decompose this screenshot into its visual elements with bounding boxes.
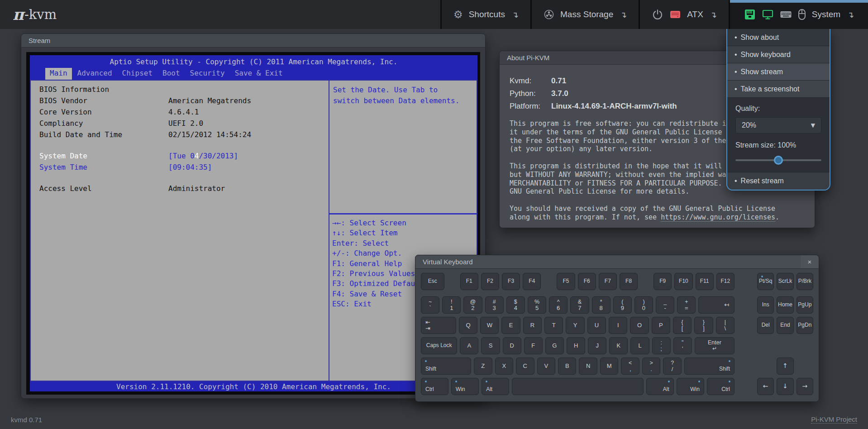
- key-end[interactable]: End: [777, 317, 793, 334]
- key-c[interactable]: C: [516, 358, 534, 375]
- key-print-screen[interactable]: Pt/Sq: [757, 273, 774, 290]
- key-f6[interactable]: F6: [578, 273, 596, 290]
- key-a[interactable]: A: [460, 337, 478, 354]
- key-s[interactable]: S: [481, 337, 500, 354]
- close-icon[interactable]: ×: [801, 255, 819, 268]
- key-u[interactable]: U: [587, 317, 606, 334]
- key-arrow-right[interactable]: →: [796, 378, 813, 395]
- key-f12[interactable]: F12: [716, 273, 734, 290]
- key-i[interactable]: I: [609, 317, 627, 334]
- key-period[interactable]: >.: [642, 358, 660, 375]
- key-p[interactable]: P: [652, 317, 670, 334]
- nav-system-menu[interactable]: System ↴: [729, 0, 868, 29]
- key-f4[interactable]: F4: [523, 273, 541, 290]
- bios-tab-main[interactable]: Main: [45, 68, 72, 80]
- key-h[interactable]: H: [567, 337, 585, 354]
- key-f3[interactable]: F3: [502, 273, 520, 290]
- key-5[interactable]: %5: [528, 296, 546, 314]
- key-f5[interactable]: F5: [557, 273, 575, 290]
- key-f10[interactable]: F10: [674, 273, 692, 290]
- key-f8[interactable]: F8: [620, 273, 638, 290]
- key-f[interactable]: F: [524, 337, 543, 354]
- key-scroll-lock[interactable]: ScrLk: [777, 273, 793, 290]
- key-w[interactable]: W: [480, 317, 499, 334]
- key-3[interactable]: #3: [485, 296, 504, 314]
- key-2[interactable]: @2: [463, 296, 482, 314]
- key-f7[interactable]: F7: [599, 273, 617, 290]
- key-bracket-left[interactable]: {[: [673, 317, 692, 334]
- key-equal[interactable]: +=: [677, 296, 696, 314]
- key-b[interactable]: B: [558, 358, 576, 375]
- bios-tab-chipset[interactable]: Chipset: [118, 68, 157, 80]
- key-semicolon[interactable]: :;: [652, 337, 671, 354]
- bios-tab-advanced[interactable]: Advanced: [73, 68, 117, 80]
- slider-thumb[interactable]: [774, 156, 783, 165]
- key-e[interactable]: E: [501, 317, 520, 334]
- key-shift-right[interactable]: Shift: [684, 358, 734, 375]
- key-alt-left[interactable]: Alt: [482, 378, 509, 395]
- nav-atx-menu[interactable]: ATX ↴: [639, 0, 729, 29]
- key-backspace[interactable]: ↤: [698, 296, 734, 314]
- key-ctrl-left[interactable]: Ctrl: [421, 378, 448, 395]
- key-caps-lock[interactable]: Caps Lock: [421, 337, 457, 354]
- bios-tab-save-exit[interactable]: Save & Exit: [230, 68, 287, 80]
- key-f9[interactable]: F9: [653, 273, 672, 290]
- key-8[interactable]: *8: [592, 296, 610, 314]
- key-f11[interactable]: F11: [696, 273, 714, 290]
- key-m[interactable]: M: [600, 358, 618, 375]
- menu-item-show-stream[interactable]: •Show stream: [727, 63, 830, 81]
- keyboard-window-titlebar[interactable]: Virtual Keyboard ×: [415, 255, 819, 269]
- stream-size-slider[interactable]: [735, 156, 821, 165]
- key-comma[interactable]: <,: [621, 358, 639, 375]
- quality-select[interactable]: 20% ▼: [735, 117, 821, 133]
- key-f2[interactable]: F2: [481, 273, 499, 290]
- key-7[interactable]: &7: [570, 296, 589, 314]
- key-alt-right[interactable]: Alt: [646, 378, 674, 395]
- key-quote[interactable]: "': [673, 337, 692, 354]
- key-insert[interactable]: Ins: [757, 296, 774, 314]
- key-arrow-left[interactable]: ←: [757, 378, 774, 395]
- gnu-license-link[interactable]: https://www.gnu.org/licenses: [661, 213, 775, 222]
- key-z[interactable]: Z: [474, 358, 492, 375]
- key-slash[interactable]: ?/: [663, 358, 681, 375]
- key-enter[interactable]: Enter↵: [695, 337, 734, 354]
- key-k[interactable]: K: [609, 337, 628, 354]
- nav-mass-storage-menu[interactable]: Mass Storage ↴: [530, 0, 639, 29]
- key-win-left[interactable]: Win: [451, 378, 479, 395]
- key-d[interactable]: D: [503, 337, 521, 354]
- bios-tab-boot[interactable]: Boot: [158, 68, 185, 80]
- key-j[interactable]: J: [588, 337, 606, 354]
- key-page-down[interactable]: PgDn: [796, 317, 813, 334]
- key-1[interactable]: !1: [442, 296, 461, 314]
- menu-item-reset-stream[interactable]: • Reset stream: [727, 172, 830, 190]
- bios-screen[interactable]: Aptio Setup Utility - Copyright (C) 2011…: [30, 55, 477, 391]
- key-f1[interactable]: F1: [460, 273, 478, 290]
- key-bracket-right[interactable]: }]: [694, 317, 713, 334]
- menu-item-show-about[interactable]: •Show about: [727, 29, 830, 46]
- key-9[interactable]: (9: [613, 296, 632, 314]
- key-n[interactable]: N: [579, 358, 597, 375]
- key-0[interactable]: )0: [634, 296, 653, 314]
- key-page-up[interactable]: PgUp: [796, 296, 813, 314]
- key-4[interactable]: $4: [506, 296, 525, 314]
- key-backquote[interactable]: ~`: [421, 296, 439, 314]
- key-l[interactable]: L: [630, 337, 649, 354]
- key-6[interactable]: ^6: [549, 296, 568, 314]
- key-r[interactable]: R: [523, 317, 542, 334]
- key-arrow-down[interactable]: ↓: [777, 378, 793, 395]
- key-x[interactable]: X: [495, 358, 513, 375]
- key-minus[interactable]: _-: [656, 296, 674, 314]
- key-arrow-up[interactable]: ↑: [777, 358, 793, 375]
- key-y[interactable]: Y: [566, 317, 584, 334]
- stream-window-titlebar[interactable]: Stream: [21, 34, 485, 48]
- key-g[interactable]: G: [545, 337, 564, 354]
- key-pause-break[interactable]: P/Brk: [796, 273, 813, 290]
- key-win-right[interactable]: Win: [677, 378, 704, 395]
- menu-item-show-keyboard[interactable]: •Show keyboard: [727, 46, 830, 63]
- nav-shortcuts-menu[interactable]: ⚙ Shortcuts ↴: [440, 0, 530, 29]
- key-o[interactable]: O: [630, 317, 649, 334]
- menu-item-take-a-screenshot[interactable]: •Take a screenshot: [727, 81, 830, 98]
- key-v[interactable]: V: [537, 358, 555, 375]
- key-backslash[interactable]: |\: [716, 317, 734, 334]
- key-tab[interactable]: ⇤⇥: [421, 317, 456, 334]
